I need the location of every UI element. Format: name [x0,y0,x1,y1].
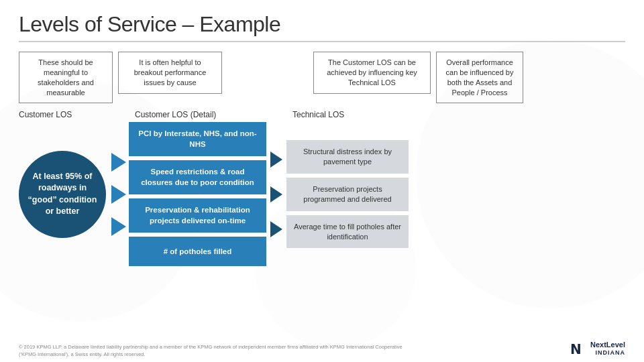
customer-los-detail-label: Customer LOS (Detail) [135,110,272,119]
customer-los-label: Customer LOS [19,110,116,119]
svg-text:𝗡: 𝗡 [570,342,582,357]
detail-box-2: Preservation & rehabilitation projects d… [129,198,266,233]
detail-box-0: PCI by Interstate, NHS, and non-NHS [129,122,266,156]
nl-text: NextLevel INDIANA [590,341,625,357]
footer-text: © 2019 KPMG LLP, a Delaware limited liab… [19,344,402,358]
header-box-3: The Customer LOS can be achieved by infl… [313,52,431,94]
next-level-logo: 𝗡 NextLevel INDIANA [569,339,625,358]
dark-arrow-2 [270,186,282,202]
content: Levels of Service – Example These should… [0,0,644,273]
nl-icon: 𝗡 [569,339,588,358]
header-box-4: Overall performance can be influenced by… [436,52,523,103]
dark-arrows [270,142,282,247]
technical-los-label: Technical LOS [292,110,413,119]
dark-arrow-3 [270,221,282,237]
tech-box-0: Structural distress index by pavement ty… [286,140,409,174]
detail-box-1: Speed restrictions & road closures due t… [129,160,266,194]
arrow-1 [111,153,126,172]
tech-box-1: Preservation projects programmed and del… [286,178,409,211]
arrow-2 [111,185,126,204]
page: Levels of Service – Example These should… [0,0,644,362]
big-circle: At least 95% of roadways in “good” condi… [19,151,106,238]
footer: © 2019 KPMG LLP, a Delaware limited liab… [19,339,625,358]
tech-boxes: Structural distress index by pavement ty… [286,140,409,248]
triple-arrows [111,146,126,243]
circle-text: At least 95% of roadways in “good” condi… [19,164,106,225]
tech-box-2: Average time to fill potholes after iden… [286,215,409,249]
header-box-1: These should be meaningful to stakeholde… [19,52,113,103]
arrow-3 [111,217,126,236]
detail-boxes: PCI by Interstate, NHS, and non-NHS Spee… [129,122,266,266]
dark-arrow-1 [270,152,282,168]
detail-box-3: # of potholes filled [129,237,266,266]
header-box-2: It is often helpful to breakout performa… [118,52,222,94]
page-title: Levels of Service – Example [19,12,625,42]
